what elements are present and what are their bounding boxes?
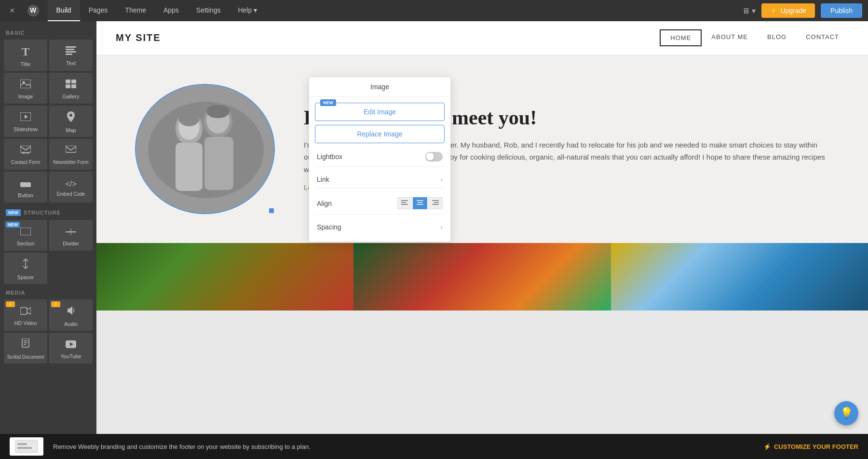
svg-point-39 — [178, 109, 200, 126]
svg-rect-20 — [20, 228, 31, 235]
scribd-icon — [21, 338, 30, 351]
top-navigation: × W Build Pages Theme Apps Settings Help… — [0, 0, 868, 21]
svg-rect-11 — [71, 84, 76, 88]
sidebar-item-audio[interactable]: ⚡ Audio — [49, 299, 93, 331]
site-nav-contact[interactable]: CONTACT — [796, 29, 849, 46]
embed-code-icon: </> — [65, 180, 76, 189]
device-switcher[interactable]: 🖥 ▾ — [738, 4, 760, 17]
hero-image-wrapper — [135, 84, 275, 214]
align-left-button[interactable] — [397, 197, 412, 209]
site-nav-blog[interactable]: BLOG — [758, 29, 796, 46]
slideshow-icon — [20, 112, 31, 123]
map-icon — [67, 111, 75, 124]
weebly-logo: W — [27, 4, 40, 17]
lightbox-row: Lightbox — [315, 147, 445, 167]
svg-rect-10 — [66, 84, 70, 88]
sidebar-item-divider[interactable]: Divider — [49, 220, 93, 251]
close-button[interactable]: × — [6, 4, 19, 18]
sidebar-item-image[interactable]: Image — [4, 73, 47, 104]
sidebar-item-text[interactable]: Text — [49, 40, 93, 71]
help-fab-icon: 💡 — [840, 407, 853, 419]
site-nav-about[interactable]: ABOUT ME — [702, 29, 758, 46]
tab-pages[interactable]: Pages — [80, 0, 117, 21]
image-popup-body: NEW Edit Image Replace Image Lightbox Li — [309, 97, 450, 242]
tab-theme[interactable]: Theme — [116, 0, 155, 21]
tab-build[interactable]: Build — [48, 0, 80, 21]
align-right-button[interactable] — [428, 197, 443, 209]
sidebar-item-embed-code[interactable]: </> Embed Code — [49, 172, 93, 202]
link-row[interactable]: Link › — [315, 171, 445, 189]
audio-icon — [67, 305, 75, 318]
svg-point-40 — [206, 105, 230, 118]
replace-image-button[interactable]: Replace Image — [315, 125, 445, 143]
youtube-icon — [66, 339, 76, 351]
sidebar-item-title[interactable]: T Title — [4, 40, 47, 71]
sidebar-item-contact-form[interactable]: Contact Form — [4, 139, 47, 170]
spacing-chevron-icon: › — [440, 223, 443, 231]
site-nav-home[interactable]: HOME — [660, 29, 702, 46]
help-fab[interactable]: 💡 — [834, 401, 858, 425]
lightbox-label: Lightbox — [317, 153, 425, 161]
gallery-icon — [66, 80, 76, 91]
svg-rect-34 — [176, 143, 203, 191]
couple-image-svg — [136, 85, 274, 213]
sidebar-item-map[interactable]: Map — [49, 106, 93, 137]
upgrade-button[interactable]: ⚡ Upgrade — [761, 3, 815, 18]
lightbox-toggle-control — [425, 152, 443, 162]
svg-rect-3 — [66, 49, 74, 50]
svg-rect-8 — [66, 80, 70, 83]
svg-rect-2 — [66, 46, 76, 48]
image-selection-indicator — [269, 208, 274, 213]
contact-form-icon — [20, 146, 31, 157]
hero-image — [136, 85, 274, 213]
svg-rect-24 — [20, 308, 27, 314]
hero-image-container[interactable] — [135, 84, 275, 214]
sidebar-section-structure-header: NEW STRUCTURE — [0, 204, 96, 218]
section-icon — [20, 227, 31, 238]
site-content: Hi there! Nice to meet you! I'm Zoe - a … — [96, 55, 868, 310]
edit-image-button[interactable]: NEW Edit Image — [315, 103, 445, 121]
canvas-area: MY SITE HOME ABOUT ME BLOG CONTACT — [96, 21, 868, 459]
sidebar-section-media: MEDIA — [0, 286, 96, 297]
hd-video-icon — [20, 306, 31, 317]
sidebar-structure-grid: NEW Section Divider Spacer — [0, 218, 96, 286]
footer-banner-cta[interactable]: ⚡ CUSTOMIZE YOUR FOOTER — [763, 443, 858, 450]
sidebar-item-spacer[interactable]: Spacer — [4, 253, 47, 284]
publish-button[interactable]: Publish — [821, 3, 862, 18]
edit-image-new-badge: NEW — [320, 99, 336, 106]
newsletter-form-icon — [66, 146, 76, 157]
site-logo: MY SITE — [116, 32, 660, 43]
align-center-button[interactable] — [413, 197, 427, 209]
link-label: Link — [317, 176, 440, 183]
section-new-badge: NEW — [6, 222, 20, 228]
svg-rect-5 — [66, 54, 72, 55]
sidebar-section-basic: BASIC — [0, 26, 96, 38]
sidebar-item-youtube[interactable]: YouTube — [49, 333, 93, 364]
weebly-logo-icon: W — [27, 4, 40, 17]
sidebar-item-hd-video[interactable]: ⚡ HD Video — [4, 299, 47, 331]
spacing-row[interactable]: Spacing › — [315, 218, 445, 236]
nav-tabs: Build Pages Theme Apps Settings Help ▾ — [48, 0, 266, 21]
tab-settings[interactable]: Settings — [188, 0, 230, 21]
svg-rect-18 — [66, 146, 76, 152]
svg-rect-4 — [66, 51, 76, 53]
sidebar-item-slideshow[interactable]: Slideshow — [4, 106, 47, 137]
tab-apps[interactable]: Apps — [155, 0, 188, 21]
sidebar-item-scribd-document[interactable]: Scribd Document — [4, 333, 47, 364]
lightbox-toggle[interactable] — [425, 152, 443, 162]
align-label: Align — [317, 200, 397, 207]
new-badge: NEW — [6, 209, 21, 216]
lightning-icon: ⚡ — [770, 7, 777, 14]
sidebar-item-button[interactable]: Button — [4, 172, 47, 202]
sidebar-item-newsletter-form[interactable]: Newsletter Form — [49, 139, 93, 170]
food-image-3 — [611, 243, 868, 310]
divider-icon — [66, 227, 76, 238]
link-chevron-icon: › — [440, 176, 443, 183]
sidebar-item-gallery[interactable]: Gallery — [49, 73, 93, 104]
tab-help[interactable]: Help ▾ — [229, 0, 266, 21]
sidebar-media-grid: ⚡ HD Video ⚡ Audio Scribd Document — [0, 297, 96, 365]
toggle-knob — [426, 153, 434, 161]
align-buttons — [397, 197, 443, 209]
main-layout: BASIC T Title Text Image — [0, 21, 868, 459]
sidebar-item-section[interactable]: NEW Section — [4, 220, 47, 251]
